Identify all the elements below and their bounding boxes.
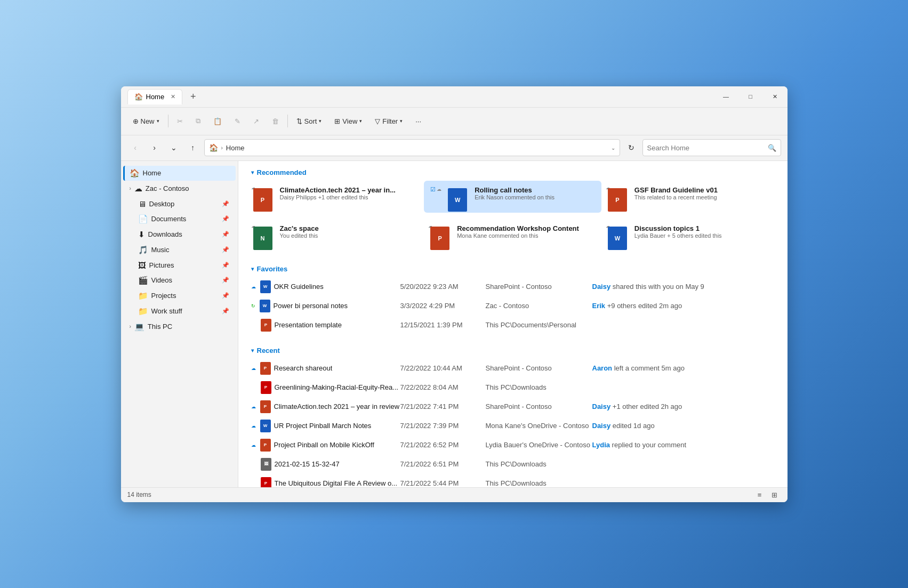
sidebar-item-pictures[interactable]: 🖼 Pictures 📌	[123, 258, 236, 272]
recent-label: Recent	[257, 347, 280, 355]
rec1-location: SharePoint - Contoso	[486, 364, 592, 372]
downloads-pin-icon: 📌	[222, 231, 229, 238]
rename-button[interactable]: ✎	[229, 114, 246, 128]
music-pin-icon: 📌	[222, 246, 229, 253]
tab-close-icon[interactable]: ✕	[171, 93, 175, 100]
rec-card-5[interactable]: ☁ P Recommendation Workshop Content Mona…	[424, 219, 601, 251]
address-input[interactable]: 🏠 › Home ⌄	[204, 139, 620, 156]
toolbar: ⊕ New ▾ ✂ ⧉ 📋 ✎ ↗ 🗑 ⇅ Sort ▾ ⊞	[121, 108, 788, 135]
rec3-cloud-icon: ☁	[251, 404, 256, 409]
delete-button[interactable]: 🗑	[267, 114, 284, 128]
sidebar-item-projects[interactable]: 📁 Projects 📌	[123, 288, 236, 303]
documents-icon: 📄	[138, 214, 148, 224]
desktop-icon: 🖥	[138, 199, 146, 208]
search-box[interactable]: 🔍	[642, 139, 781, 156]
list-view-button[interactable]: ≡	[753, 489, 766, 501]
sort-button[interactable]: ⇅ Sort ▾	[291, 114, 327, 128]
view-button[interactable]: ⊞ View ▾	[329, 114, 367, 128]
recent-item-2[interactable]: P Greenlining-Making-Racial-Equity-Rea..…	[238, 378, 788, 397]
sidebar-videos-label: Videos	[151, 276, 219, 284]
view-icon: ⊞	[334, 117, 340, 125]
rec-card-5-subtitle: Mona Kane commented on this	[457, 232, 579, 239]
rec-card-2-title: Rolling call notes	[475, 186, 555, 194]
sidebar-workstuff-label: Work stuff	[151, 307, 219, 315]
sidebar-item-thispc[interactable]: › 💻 This PC	[123, 319, 236, 334]
minimize-button[interactable]: —	[714, 88, 738, 105]
forward-button[interactable]: ›	[147, 140, 163, 156]
favorites-item-1[interactable]: ☁ W OKR Guidelines 5/20/2022 9:23 AM Sha…	[238, 277, 788, 296]
recent-locations-button[interactable]: ⌄	[166, 140, 182, 156]
active-tab[interactable]: 🏠 Home ✕	[127, 89, 183, 104]
close-button[interactable]: ✕	[763, 88, 788, 105]
sidebar-item-videos[interactable]: 🎬 Videos 📌	[123, 273, 236, 288]
more-button[interactable]: ···	[410, 114, 427, 128]
rec-card-6[interactable]: ☁ W Discussion topics 1 Lydia Bauer + 5 …	[601, 219, 779, 251]
new-button[interactable]: ⊕ New ▾	[127, 114, 165, 128]
share-button[interactable]: ↗	[248, 114, 264, 128]
address-bar: ‹ › ⌄ ↑ 🏠 › Home ⌄ ↻ 🔍	[121, 135, 788, 161]
favorites-item-2[interactable]: ↻ W Power bi personal notes 3/3/2022 4:2…	[238, 296, 788, 316]
recent-list: ☁ P Research shareout 7/22/2022 10:44 AM…	[238, 359, 788, 487]
rec4-name-text: UR Project Pinball March Notes	[274, 422, 372, 430]
address-dropdown-icon[interactable]: ⌄	[611, 145, 615, 151]
fav2-file-icon: W	[260, 300, 270, 312]
sidebar-music-label: Music	[151, 246, 219, 254]
rec3-date: 7/21/2022 7:41 PM	[400, 402, 486, 410]
recent-item-3[interactable]: ☁ P ClimateAction.tech 2021 – year in re…	[238, 397, 788, 416]
recent-item-6[interactable]: 🖼 2021-02-15 15-32-47 7/21/2022 6:51 PM …	[238, 455, 788, 474]
back-button[interactable]: ‹	[127, 140, 143, 156]
toolbar-sep-2	[287, 115, 288, 127]
title-bar: 🏠 Home ✕ + — □ ✕	[121, 86, 788, 108]
favorites-item-3[interactable]: P Presentation template 12/15/2021 1:39 …	[238, 316, 788, 335]
rec-card-4[interactable]: ☁ N Zac's space You edited this	[247, 219, 424, 251]
paste-button[interactable]: 📋	[208, 114, 227, 128]
rec-card-1[interactable]: ☁ P ClimateAction.tech 2021 – year in...…	[247, 181, 424, 213]
sidebar-item-workstuff[interactable]: 📁 Work stuff 📌	[123, 304, 236, 319]
tab-add-button[interactable]: +	[186, 89, 200, 104]
recent-item-1[interactable]: ☁ P Research shareout 7/22/2022 10:44 AM…	[238, 359, 788, 378]
favorites-chevron-icon: ▾	[251, 266, 254, 272]
recent-section-header[interactable]: ▾ Recent	[238, 339, 788, 359]
fav1-activity: Daisy shared this with you on May 9	[592, 283, 775, 291]
recommended-label: Recommended	[257, 168, 307, 176]
rec1-file-icon: P	[260, 362, 271, 375]
recommended-section-header[interactable]: ▾ Recommended	[238, 161, 788, 181]
rec6-name-col: 🖼 2021-02-15 15-32-47	[251, 458, 400, 471]
sidebar-item-home[interactable]: 🏠 Home	[123, 166, 236, 181]
thispc-chevron-icon: ›	[130, 324, 131, 329]
recent-item-7[interactable]: P The Ubiquitous Digital File A Review o…	[238, 474, 788, 487]
refresh-button[interactable]: ↻	[623, 140, 639, 156]
grid-view-button[interactable]: ⊞	[768, 489, 781, 501]
card5-file-icon: P	[430, 227, 449, 250]
copy-button[interactable]: ⧉	[190, 114, 206, 128]
address-path-text: Home	[226, 144, 608, 152]
sidebar-item-music[interactable]: 🎵 Music 📌	[123, 243, 236, 257]
fav1-location: SharePoint - Contoso	[486, 283, 592, 291]
rec3-file-icon: P	[260, 400, 271, 413]
rec-card-6-info: Discussion topics 1 Lydia Bauer + 5 othe…	[634, 224, 722, 239]
videos-icon: 🎬	[138, 276, 148, 285]
sidebar-documents-label: Documents	[151, 215, 219, 223]
rec-card-2[interactable]: ☑ ☁ W Rolling call notes Erik Nason comm…	[424, 181, 601, 213]
up-button[interactable]: ↑	[185, 140, 201, 156]
sidebar-item-desktop[interactable]: 🖥 Desktop 📌	[123, 197, 236, 211]
rec-card-3-title: GSF Brand Guideline v01	[634, 186, 718, 194]
sidebar-item-zac-contoso[interactable]: › ☁ Zac - Contoso	[123, 181, 236, 196]
recent-item-5[interactable]: ☁ P Project Pinball on Mobile KickOff 7/…	[238, 436, 788, 455]
favorites-section-header[interactable]: ▾ Favorites	[238, 257, 788, 277]
sidebar-item-documents[interactable]: 📄 Documents 📌	[123, 212, 236, 227]
sidebar-thispc-label: This PC	[148, 323, 229, 331]
rec1-activity: Aaron left a comment 5m ago	[592, 364, 775, 372]
rec6-date: 7/21/2022 6:51 PM	[400, 460, 486, 468]
fav2-activity: Erik +9 others edited 2m ago	[592, 302, 775, 310]
rec-card-3[interactable]: ☁ P GSF Brand Guideline v01 This related…	[601, 181, 779, 213]
sidebar-item-downloads[interactable]: ⬇ Downloads 📌	[123, 227, 236, 242]
search-input[interactable]	[647, 144, 766, 152]
filter-button[interactable]: ▽ Filter ▾	[369, 114, 408, 128]
fav2-name-col: ↻ W Power bi personal notes	[251, 300, 400, 312]
recommended-grid-row1: ☁ P ClimateAction.tech 2021 – year in...…	[238, 181, 788, 219]
rename-icon: ✎	[235, 117, 240, 125]
cut-button[interactable]: ✂	[172, 114, 188, 128]
recent-item-4[interactable]: ☁ W UR Project Pinball March Notes 7/21/…	[238, 416, 788, 436]
maximize-button[interactable]: □	[738, 88, 763, 105]
